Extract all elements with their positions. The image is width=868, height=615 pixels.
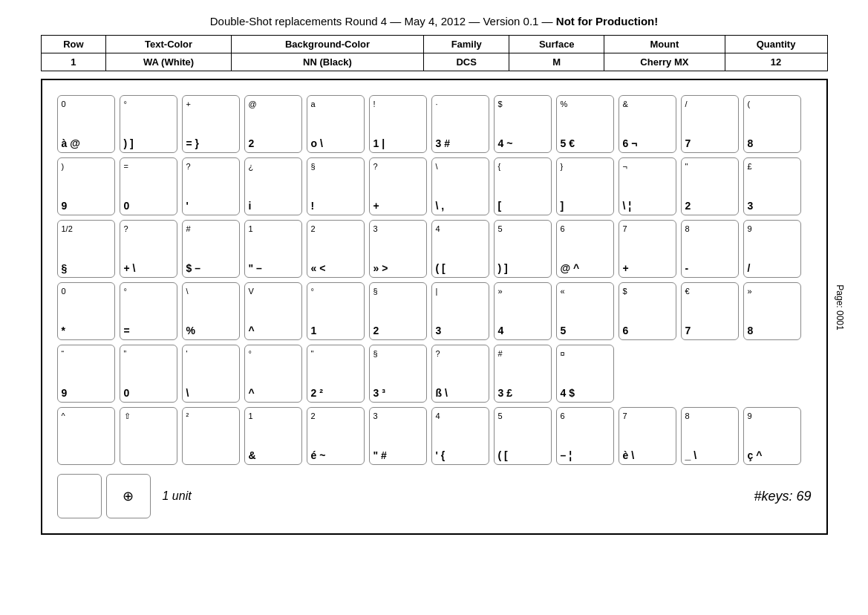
key-1-9[interactable]: &6 ¬ [619, 95, 676, 153]
key-1-2[interactable]: += } [182, 95, 240, 153]
key-3-2[interactable]: #$ – [182, 220, 240, 278]
key-1-4[interactable]: ao \ [307, 95, 365, 153]
key-0-2[interactable]: ² [182, 407, 240, 465]
header-table: Row Text-Color Background-Color Family S… [41, 35, 828, 71]
key-4-9[interactable]: $6 [619, 282, 676, 340]
legend-key-circle[interactable]: ⊕ [106, 474, 151, 518]
key-0-0[interactable]: ^ [57, 407, 115, 465]
key-3-6[interactable]: 4( [ [431, 220, 489, 278]
key-0-11[interactable]: 9ç ^ [743, 407, 801, 465]
key-1-10[interactable]: /7 [681, 95, 739, 153]
key-3-1[interactable]: ?+ \ [120, 220, 177, 278]
col-mount: Mount [604, 36, 725, 53]
key-4-2[interactable]: \% [182, 282, 240, 340]
key-1-7[interactable]: $4 ~ [494, 95, 552, 153]
key-bottom-2-2: ' [186, 200, 235, 212]
key-bottom-3-4: « < [311, 262, 360, 274]
key-0-6[interactable]: 4' { [431, 407, 489, 465]
key-3-5[interactable]: 3» > [369, 220, 427, 278]
key-top-4-2: \ [186, 286, 235, 296]
key-5-5[interactable]: §3 ³ [369, 345, 427, 403]
key-0-3[interactable]: 1& [244, 407, 302, 465]
key-top-5-0: “ [62, 348, 111, 359]
key-3-7[interactable]: 5) ] [494, 220, 552, 278]
col-family: Family [424, 36, 509, 53]
key-bottom-1-9: 6 ¬ [623, 137, 672, 149]
key-3-4[interactable]: 2« < [307, 220, 365, 278]
key-2-4[interactable]: §! [307, 157, 365, 215]
header-row: Row Text-Color Background-Color Family S… [41, 36, 827, 53]
key-4-1[interactable]: °= [120, 282, 177, 340]
key-top-0-3: 1 [249, 411, 298, 421]
key-top-5-7: # [498, 348, 547, 359]
key-top-0-11: 9 [748, 411, 797, 421]
key-3-10[interactable]: 8- [681, 220, 739, 278]
keys-count: #keys: 69 [754, 489, 811, 504]
key-top-1-2: + [186, 99, 235, 109]
key-5-7[interactable]: #3 £ [494, 345, 552, 403]
key-4-5[interactable]: §2 [369, 282, 427, 340]
key-1-8[interactable]: %5 € [556, 95, 614, 153]
key-4-3[interactable]: V^ [244, 282, 302, 340]
key-2-1[interactable]: =0 [120, 157, 177, 215]
key-2-0[interactable]: )9 [57, 157, 115, 215]
key-0-8[interactable]: 6– ¦ [556, 407, 614, 465]
key-bottom-0-6: ' { [436, 449, 485, 461]
key-top-4-6: | [436, 286, 485, 296]
legend-key-blank[interactable] [57, 474, 102, 518]
key-1-3[interactable]: @2 [244, 95, 302, 153]
key-top-4-5: § [373, 286, 422, 296]
key-2-9[interactable]: ¬\ ¦ [619, 157, 676, 215]
key-0-7[interactable]: 5( [ [494, 407, 552, 465]
key-bottom-2-4: ! [311, 200, 360, 212]
key-5-8[interactable]: ¤4 $ [556, 345, 614, 403]
key-4-10[interactable]: €7 [681, 282, 739, 340]
key-2-8[interactable]: }] [556, 157, 614, 215]
key-3-3[interactable]: 1" – [244, 220, 302, 278]
key-5-2[interactable]: '\ [182, 345, 240, 403]
key-2-11[interactable]: £3 [743, 157, 801, 215]
key-2-2[interactable]: ?' [182, 157, 240, 215]
key-top-5-8: ¤ [561, 348, 610, 359]
key-1-6[interactable]: ·3 # [431, 95, 489, 153]
key-bottom-0-10: _ \ [685, 449, 734, 461]
key-2-7[interactable]: {[ [494, 157, 552, 215]
key-3-8[interactable]: 6@ ^ [556, 220, 614, 278]
key-0-9[interactable]: 7è \ [619, 407, 676, 465]
col-bg-color: Background-Color [231, 36, 423, 53]
key-4-6[interactable]: |3 [431, 282, 489, 340]
key-top-5-6: ? [436, 348, 485, 359]
key-2-10[interactable]: "2 [681, 157, 739, 215]
key-5-4[interactable]: "2 ² [307, 345, 365, 403]
key-bottom-5-2: \ [186, 387, 235, 399]
key-4-7[interactable]: »4 [494, 282, 552, 340]
key-4-11[interactable]: »8 [743, 282, 801, 340]
key-5-3[interactable]: °^ [244, 345, 302, 403]
key-bottom-1-2: = } [186, 137, 235, 149]
key-1-1[interactable]: °) ] [120, 95, 177, 153]
key-top-3-2: # [186, 224, 235, 234]
key-2-5[interactable]: ?+ [369, 157, 427, 215]
key-3-9[interactable]: 7+ [619, 220, 676, 278]
key-top-1-11: ( [748, 99, 797, 109]
key-4-4[interactable]: °1 [307, 282, 365, 340]
key-4-8[interactable]: «5 [556, 282, 614, 340]
key-1-0[interactable]: 0à @ [57, 95, 115, 153]
key-0-4[interactable]: 2é ~ [307, 407, 365, 465]
key-2-6[interactable]: \\ , [431, 157, 489, 215]
key-1-11[interactable]: (8 [743, 95, 801, 153]
key-0-1[interactable]: ⇧ [120, 407, 177, 465]
key-5-1[interactable]: ”0 [120, 345, 177, 403]
key-2-3[interactable]: ¿i [244, 157, 302, 215]
key-3-0[interactable]: 1/2§ [57, 220, 115, 278]
key-4-0[interactable]: 0* [57, 282, 115, 340]
key-0-5[interactable]: 3" # [369, 407, 427, 465]
key-5-0[interactable]: “9 [57, 345, 115, 403]
key-1-5[interactable]: !1 | [369, 95, 427, 153]
key-top-5-4: " [311, 348, 360, 359]
key-top-2-11: £ [748, 161, 797, 172]
key-top-4-4: ° [311, 286, 360, 296]
key-5-6[interactable]: ?ß \ [431, 345, 489, 403]
key-3-11[interactable]: 9/ [743, 220, 801, 278]
key-0-10[interactable]: 8_ \ [681, 407, 739, 465]
